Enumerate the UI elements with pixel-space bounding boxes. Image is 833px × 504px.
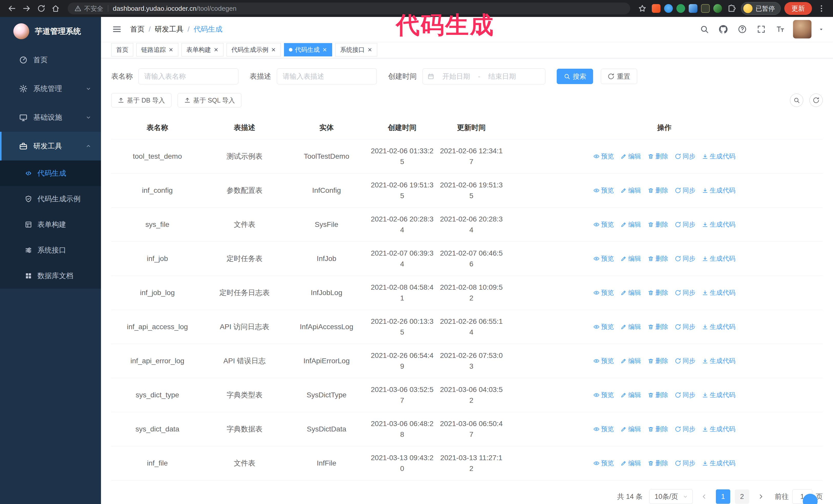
tab-code-generation[interactable]: 代码生成: [284, 43, 332, 56]
sync-link[interactable]: 同步: [675, 151, 695, 161]
delete-link[interactable]: 删除: [648, 458, 668, 468]
start-date-input[interactable]: [437, 73, 475, 80]
sync-link[interactable]: 同步: [675, 424, 695, 434]
github-icon[interactable]: [717, 23, 730, 35]
address-bar[interactable]: 不安全 dashboard.yudao.iocoder.cn/tool/code…: [68, 3, 630, 14]
close-icon[interactable]: [214, 47, 219, 52]
browser-back-icon[interactable]: [6, 2, 18, 15]
generate-code-link[interactable]: 生成代码: [702, 220, 735, 230]
bookmark-star-icon[interactable]: [636, 3, 648, 14]
preview-link[interactable]: 预览: [593, 220, 614, 230]
breadcrumb-dev-tools[interactable]: 研发工具: [155, 24, 184, 34]
browser-forward-icon[interactable]: [21, 2, 33, 15]
tab-codegen-example[interactable]: 代码生成示例: [227, 43, 281, 56]
edit-link[interactable]: 编辑: [620, 254, 641, 264]
sync-link[interactable]: 同步: [675, 186, 695, 195]
tab-trace[interactable]: 链路追踪: [136, 43, 178, 56]
search-button[interactable]: 搜索: [557, 69, 593, 84]
user-avatar[interactable]: [793, 20, 811, 39]
import-db-button[interactable]: 基于 DB 导入: [111, 93, 171, 107]
close-icon[interactable]: [367, 47, 373, 52]
delete-link[interactable]: 删除: [648, 151, 668, 161]
preview-link[interactable]: 预览: [593, 186, 614, 195]
extension-icon[interactable]: [676, 4, 685, 13]
import-sql-button[interactable]: 基于 SQL 导入: [177, 93, 241, 107]
generate-code-link[interactable]: 生成代码: [702, 288, 735, 297]
preview-link[interactable]: 预览: [593, 356, 614, 366]
sync-link[interactable]: 同步: [675, 458, 695, 468]
avatar-caret-down-icon[interactable]: [818, 26, 824, 32]
generate-code-link[interactable]: 生成代码: [702, 390, 735, 400]
delete-link[interactable]: 删除: [648, 356, 668, 366]
breadcrumb-home[interactable]: 首页: [130, 24, 145, 34]
sidebar-item-database-docs[interactable]: 数据库文档: [0, 263, 101, 289]
date-range-picker[interactable]: -: [422, 68, 545, 85]
edit-link[interactable]: 编辑: [620, 424, 641, 434]
end-date-input[interactable]: [483, 73, 521, 80]
reset-button[interactable]: 重置: [601, 69, 637, 84]
delete-link[interactable]: 删除: [648, 288, 668, 297]
table-desc-input[interactable]: [277, 68, 377, 85]
generate-code-link[interactable]: 生成代码: [702, 458, 735, 468]
sidebar-item-form-builder[interactable]: 表单构建: [0, 212, 101, 237]
preview-link[interactable]: 预览: [593, 288, 614, 297]
preview-link[interactable]: 预览: [593, 254, 614, 264]
generate-code-link[interactable]: 生成代码: [702, 322, 735, 332]
fullscreen-icon[interactable]: [755, 23, 767, 35]
delete-link[interactable]: 删除: [648, 390, 668, 400]
preview-link[interactable]: 预览: [593, 151, 614, 161]
hamburger-icon[interactable]: [108, 22, 125, 37]
edit-link[interactable]: 编辑: [620, 186, 641, 195]
browser-reload-icon[interactable]: [35, 3, 47, 14]
toggle-search-button[interactable]: [790, 94, 803, 107]
generate-code-link[interactable]: 生成代码: [702, 151, 735, 161]
generate-code-link[interactable]: 生成代码: [702, 356, 735, 366]
sidebar-item-codegen-example[interactable]: 代码生成示例: [0, 186, 101, 212]
sync-link[interactable]: 同步: [675, 220, 695, 230]
browser-menu-icon[interactable]: [815, 3, 827, 14]
delete-link[interactable]: 删除: [648, 220, 668, 230]
close-icon[interactable]: [322, 47, 327, 52]
edit-link[interactable]: 编辑: [620, 458, 641, 468]
edit-link[interactable]: 编辑: [620, 151, 641, 161]
preview-link[interactable]: 预览: [593, 390, 614, 400]
generate-code-link[interactable]: 生成代码: [702, 186, 735, 195]
close-icon[interactable]: [168, 47, 173, 52]
page-number-1[interactable]: 1: [716, 489, 730, 504]
edit-link[interactable]: 编辑: [620, 390, 641, 400]
sidebar-item-dev-tools[interactable]: 研发工具: [0, 132, 101, 161]
refresh-table-button[interactable]: [809, 94, 823, 107]
sidebar-item-system-api[interactable]: 系统接口: [0, 237, 101, 263]
tab-home[interactable]: 首页: [111, 43, 133, 56]
profile-paused-badge[interactable]: 已暂停: [741, 2, 781, 15]
delete-link[interactable]: 删除: [648, 424, 668, 434]
tab-form-builder[interactable]: 表单构建: [182, 43, 223, 56]
close-icon[interactable]: [271, 47, 276, 52]
page-size-select[interactable]: 10条/页: [649, 489, 693, 504]
edit-link[interactable]: 编辑: [620, 322, 641, 332]
preview-link[interactable]: 预览: [593, 424, 614, 434]
sidebar-item-home[interactable]: 首页: [0, 46, 101, 74]
font-size-icon[interactable]: [774, 23, 786, 35]
table-name-input[interactable]: [138, 68, 238, 85]
generate-code-link[interactable]: 生成代码: [702, 254, 735, 264]
edit-link[interactable]: 编辑: [620, 356, 641, 366]
edit-link[interactable]: 编辑: [620, 220, 641, 230]
help-icon[interactable]: [736, 23, 748, 35]
prev-page-button[interactable]: [697, 490, 711, 503]
delete-link[interactable]: 删除: [648, 254, 668, 264]
browser-home-icon[interactable]: [50, 3, 62, 14]
delete-link[interactable]: 删除: [648, 186, 668, 195]
sidebar-item-infrastructure[interactable]: 基础设施: [0, 103, 101, 132]
extensions-puzzle-icon[interactable]: [725, 3, 737, 14]
next-page-button[interactable]: [754, 490, 768, 503]
sync-link[interactable]: 同步: [675, 254, 695, 264]
preview-link[interactable]: 预览: [593, 458, 614, 468]
page-number-2[interactable]: 2: [735, 489, 749, 504]
preview-link[interactable]: 预览: [593, 322, 614, 332]
sync-link[interactable]: 同步: [675, 322, 695, 332]
delete-link[interactable]: 删除: [648, 322, 668, 332]
extension-icon[interactable]: [701, 4, 710, 13]
sync-link[interactable]: 同步: [675, 390, 695, 400]
header-search-icon[interactable]: [698, 23, 711, 35]
